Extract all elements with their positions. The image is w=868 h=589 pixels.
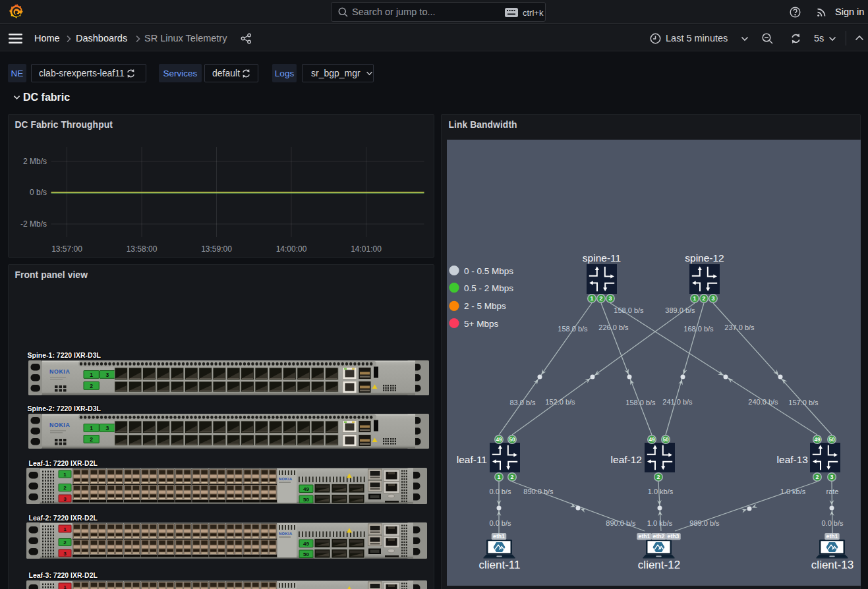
svg-text:0.0 b/s: 0.0 b/s <box>821 519 844 527</box>
svg-text:83.0 b/s: 83.0 b/s <box>509 399 536 407</box>
svg-text:NOKIA: NOKIA <box>279 532 293 536</box>
svg-text:5+ Mbps: 5+ Mbps <box>464 319 498 329</box>
svg-text:50: 50 <box>828 437 835 443</box>
svg-text:eth3: eth3 <box>667 533 679 540</box>
svg-text:50: 50 <box>509 437 515 443</box>
svg-text:eth1: eth1 <box>493 533 505 540</box>
svg-text:2: 2 <box>599 295 602 302</box>
svg-text:0 - 0.5 Mbps: 0 - 0.5 Mbps <box>464 266 513 276</box>
svg-text:890.0 b/s: 890.0 b/s <box>606 519 636 527</box>
svg-text:49: 49 <box>814 437 821 443</box>
svg-text:49: 49 <box>303 540 309 546</box>
svg-text:2 Mb/s: 2 Mb/s <box>22 157 46 166</box>
svg-text:eth2: eth2 <box>652 533 664 540</box>
svg-text:1.0 kb/s: 1.0 kb/s <box>647 488 673 495</box>
svg-text:1: 1 <box>497 474 500 480</box>
svg-text:3: 3 <box>711 295 714 302</box>
svg-text:989.0 b/s: 989.0 b/s <box>689 519 720 527</box>
svg-text:49: 49 <box>303 486 309 491</box>
svg-text:157.0 b/s: 157.0 b/s <box>788 399 819 407</box>
svg-text:spine-11: spine-11 <box>582 252 620 264</box>
svg-text:leaf-12: leaf-12 <box>610 454 641 465</box>
svg-text:2: 2 <box>90 382 93 389</box>
svg-text:1: 1 <box>90 371 93 378</box>
svg-text:NOKIA: NOKIA <box>49 368 70 375</box>
svg-text:1: 1 <box>63 526 67 532</box>
svg-text:client-11: client-11 <box>478 559 520 571</box>
svg-text:3: 3 <box>105 424 109 431</box>
svg-text:client-12: client-12 <box>637 559 680 571</box>
svg-text:2: 2 <box>63 540 67 546</box>
svg-text:-2 Mb/s: -2 Mb/s <box>20 219 46 229</box>
svg-text:389.0 b/s: 389.0 b/s <box>665 306 695 314</box>
svg-text:1.0 kb/s: 1.0 kb/s <box>780 488 805 495</box>
svg-text:168.0 b/s: 168.0 b/s <box>683 325 714 333</box>
svg-text:2: 2 <box>815 474 819 480</box>
svg-text:50: 50 <box>303 496 309 502</box>
svg-text:158.0 b/s: 158.0 b/s <box>614 306 644 314</box>
svg-text:rate: rate <box>826 488 838 495</box>
svg-text:client-13: client-13 <box>811 559 853 571</box>
svg-text:spine-12: spine-12 <box>685 252 724 264</box>
svg-text:eth1: eth1 <box>826 533 838 540</box>
svg-text:1.0 kb/s: 1.0 kb/s <box>647 519 672 527</box>
svg-text:leaf-11: leaf-11 <box>456 454 486 465</box>
svg-text:241.0 b/s: 241.0 b/s <box>662 398 693 406</box>
svg-text:0.5 - 2 Mbps: 0.5 - 2 Mbps <box>464 283 513 293</box>
svg-text:2 - 5 Mbps: 2 - 5 Mbps <box>464 301 506 311</box>
svg-text:240.0 b/s: 240.0 b/s <box>748 398 778 406</box>
svg-text:14:01:00: 14:01:00 <box>351 244 382 254</box>
svg-text:3: 3 <box>105 371 109 378</box>
svg-text:237.0 b/s: 237.0 b/s <box>724 323 755 331</box>
svg-text:13:59:00: 13:59:00 <box>201 244 232 254</box>
svg-text:49: 49 <box>649 437 655 443</box>
svg-text:14:00:00: 14:00:00 <box>275 244 306 254</box>
svg-text:158.0 b/s: 158.0 b/s <box>558 325 588 333</box>
svg-text:50: 50 <box>303 551 309 557</box>
svg-text:1: 1 <box>590 295 593 302</box>
svg-text:NOKIA: NOKIA <box>49 422 70 428</box>
svg-text:NOKIA: NOKIA <box>279 477 293 481</box>
svg-text:2: 2 <box>702 295 705 302</box>
svg-text:13:57:00: 13:57:00 <box>51 244 82 254</box>
svg-text:3: 3 <box>63 495 67 501</box>
svg-text:3: 3 <box>830 474 833 480</box>
svg-text:0.0 b/s: 0.0 b/s <box>489 488 511 495</box>
svg-text:2: 2 <box>90 435 93 442</box>
svg-text:1: 1 <box>693 295 696 302</box>
svg-text:0.0 b/s: 0.0 b/s <box>489 519 511 527</box>
svg-text:1: 1 <box>63 584 67 589</box>
svg-text:0 b/s: 0 b/s <box>29 188 46 197</box>
svg-text:3: 3 <box>608 295 612 302</box>
svg-text:152.0 b/s: 152.0 b/s <box>545 398 575 406</box>
svg-text:1: 1 <box>90 424 93 431</box>
svg-text:49: 49 <box>496 437 502 443</box>
svg-text:2: 2 <box>656 474 660 480</box>
svg-text:1: 1 <box>63 471 67 477</box>
svg-text:226.0 b/s: 226.0 b/s <box>598 323 629 331</box>
svg-text:leaf-13: leaf-13 <box>776 454 807 465</box>
svg-text:50: 50 <box>662 437 669 443</box>
svg-text:2: 2 <box>63 485 67 491</box>
svg-text:158.0 b/s: 158.0 b/s <box>625 399 656 407</box>
svg-text:eth1: eth1 <box>638 533 650 540</box>
svg-text:3: 3 <box>63 550 67 556</box>
svg-text:890.0 b/s: 890.0 b/s <box>523 488 554 495</box>
svg-text:2: 2 <box>510 474 513 480</box>
svg-text:13:58:00: 13:58:00 <box>126 244 157 254</box>
